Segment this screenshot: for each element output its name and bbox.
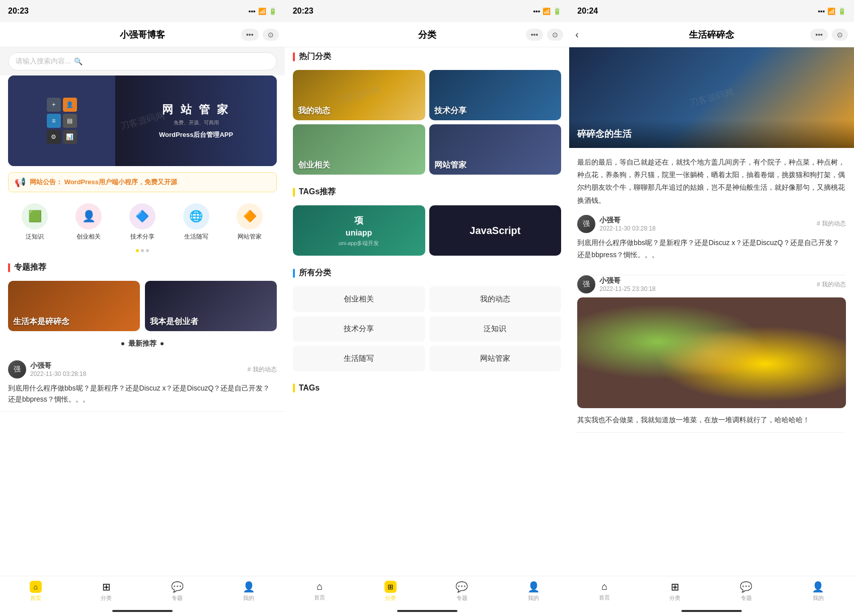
food-visual [577, 297, 846, 408]
art-date-1: 2022-11-30 03:28:18 [599, 225, 813, 232]
tab-cat-category[interactable]: ⊞ 分类 [384, 581, 397, 602]
tab-home[interactable]: ⌂ 首页 [30, 581, 42, 602]
status-bar-art: 20:24 ▪▪▪ 📶 🔋 [569, 0, 854, 22]
banner-right: 网 站 管 家 免费、开源、可商用 WordPress后台管理APP [115, 75, 276, 166]
section-text-all: 所有分类 [299, 268, 331, 278]
search-input-container[interactable]: 请输入搜索内容... 🔍 [8, 52, 277, 70]
cat-item-3[interactable]: 🌐 生活随写 [183, 203, 209, 241]
time-cat: 20:23 [293, 7, 314, 16]
featured-card-1[interactable]: 我本是创业者 [145, 281, 277, 331]
article-hero: 刀客源码网 碎碎念的生活 [569, 47, 854, 148]
wifi-icon-cat: 📶 [542, 8, 551, 15]
hot-cat-2[interactable]: 创业相关 [293, 124, 425, 175]
all-cat-3[interactable]: 泛知识 [429, 316, 562, 342]
tab-user[interactable]: 👤 我的 [243, 581, 255, 602]
section-featured: 专题推荐 [0, 258, 285, 277]
tab-art-user-icon: 👤 [812, 581, 824, 593]
tag-card-1[interactable]: JavaScript [429, 205, 562, 256]
hot-cat-0[interactable]: 刀客源码网 我的动态 [293, 70, 425, 120]
cat-item-2[interactable]: 🔷 技术分享 [129, 203, 156, 241]
tab-category-icon: ⊞ [102, 581, 111, 593]
cat-icon-3: 🌐 [183, 203, 209, 229]
hot-cat-1[interactable]: 技术分享 [429, 70, 562, 120]
more-btn-cat[interactable]: ••• [526, 29, 544, 41]
tab-cat-user-label: 我的 [528, 594, 539, 602]
cat-item-1[interactable]: 👤 创业相关 [75, 203, 102, 241]
dots-row [0, 249, 285, 252]
announcement: 📢 网站公告： WordPress用户端小程序，免费又开源 [8, 172, 277, 192]
status-icons-art: ▪▪▪ 📶 🔋 [818, 8, 846, 15]
b-icon-1: + [47, 98, 61, 112]
tab-cat-user[interactable]: 👤 我的 [527, 581, 540, 602]
target-btn-cat[interactable]: ⊙ [547, 29, 563, 41]
art-tag-1: # 我的动态 [817, 219, 846, 228]
time-art: 20:24 [577, 7, 598, 16]
tab-art-user[interactable]: 👤 我的 [812, 581, 824, 602]
tab-category[interactable]: ⊞ 分类 [101, 581, 112, 602]
banner-left: + 👤 ≡ ▤ ⚙ 📊 [8, 75, 115, 166]
latest-label: 最新推荐 [128, 339, 157, 348]
tab-art-topic[interactable]: 💬 专题 [740, 581, 752, 602]
signal-icon-art: ▪▪▪ [818, 8, 825, 15]
tag-label-1: JavaScript [470, 225, 520, 237]
b-icon-4: ▤ [63, 114, 77, 128]
food-image [577, 297, 846, 408]
hero-title: 碎碎念的生活 [577, 128, 846, 140]
all-cat-0[interactable]: 创业相关 [293, 286, 425, 312]
tab-art-cat-icon: ⊞ [671, 581, 679, 593]
search-placeholder: 请输入搜索内容... [16, 57, 71, 66]
cat-grid: 创业相关 我的动态 技术分享 泛知识 生活随写 网站管家 [293, 286, 562, 371]
featured-card-0[interactable]: 生活本是碎碎念 [8, 281, 140, 331]
nav-title-cat: 分类 [418, 29, 436, 41]
status-bar-home: 20:23 ▪▪▪ 📶 🔋 [0, 0, 285, 22]
status-icons-cat: ▪▪▪ 📶 🔋 [533, 8, 562, 15]
tags-bottom-label: TAGs [299, 383, 320, 393]
all-cat-4[interactable]: 生活随写 [293, 346, 425, 371]
tab-art-cat-label: 分类 [669, 594, 680, 602]
more-btn-home[interactable]: ••• [241, 29, 259, 41]
tab-topic[interactable]: 💬 专题 [171, 581, 184, 602]
all-cat-1[interactable]: 我的动态 [429, 286, 562, 312]
article-post-1: 强 小强哥 2022-11-30 03:28:18 # 我的动态 到底用什么程序… [577, 215, 846, 276]
featured-row: 生活本是碎碎念 我本是创业者 [0, 281, 285, 339]
section-bar-featured [8, 263, 10, 272]
hot-cat-label-1: 技术分享 [429, 102, 472, 120]
tab-cat-topic[interactable]: 💬 专题 [455, 581, 468, 602]
nav-actions-cat: ••• ⊙ [526, 29, 564, 41]
cat-label-0: 泛知识 [26, 233, 44, 241]
tab-cat-home[interactable]: ⌂ 首页 [314, 581, 325, 601]
ann-prefix: 网站公告： [30, 178, 62, 186]
tab-art-home[interactable]: ⌂ 首页 [599, 581, 610, 601]
post-tag: # 我的动态 [248, 365, 277, 374]
latest-row: 最新推荐 [0, 339, 285, 348]
target-btn-home[interactable]: ⊙ [263, 29, 279, 41]
tab-art-category[interactable]: ⊞ 分类 [669, 581, 680, 602]
ann-icon: 📢 [15, 177, 26, 188]
category-content: 热门分类 刀客源码网 我的动态 技术分享 创业相关 网站管家 TAGs推荐 [285, 47, 570, 576]
art-tag-2: # 我的动态 [817, 280, 846, 289]
dot-1 [136, 249, 139, 252]
cat-item-0[interactable]: 🟩 泛知识 [22, 203, 48, 241]
all-cat-2[interactable]: 技术分享 [293, 316, 425, 342]
post-content: 到底用什么程序做bbs呢？是新程序？还是Discuz x？还是DiscuzQ？还… [8, 382, 277, 405]
back-btn[interactable]: ‹ [575, 29, 579, 40]
post-date: 2022-11-30 03:28:18 [30, 370, 244, 377]
all-cat-5[interactable]: 网站管家 [429, 346, 562, 371]
tag-subtitle-0: uni-app多端开发 [339, 240, 379, 247]
featured-label-1: 我本是创业者 [145, 313, 203, 331]
hero-overlay: 碎碎念的生活 [569, 120, 854, 148]
cat-item-4[interactable]: 🔶 网站管家 [237, 203, 263, 241]
tags-section: 项 uniapp uni-app多端开发 JavaScript [285, 205, 570, 264]
banner[interactable]: 刀客源码网 + 👤 ≡ ▤ ⚙ 📊 网 站 管 家 免费、开源、可商用 Word [8, 75, 277, 166]
hot-cat-3[interactable]: 网站管家 [429, 124, 562, 175]
wifi-icon: 📶 [258, 8, 266, 15]
tag-card-0[interactable]: 项 uniapp uni-app多端开发 [293, 205, 425, 256]
tab-cat-topic-label: 专题 [456, 594, 468, 602]
tab-cat-cat-icon: ⊞ [384, 581, 397, 593]
section-text-tags: TAGs推荐 [299, 187, 336, 197]
tag-text-0: 项 [354, 214, 363, 226]
post-item-home[interactable]: 强 小强哥 2022-11-30 03:28:18 # 我的动态 到底用什么程序… [0, 354, 285, 412]
more-btn-art[interactable]: ••• [810, 29, 828, 41]
target-btn-art[interactable]: ⊙ [832, 29, 848, 41]
tags-grid: 项 uniapp uni-app多端开发 JavaScript [293, 205, 562, 256]
